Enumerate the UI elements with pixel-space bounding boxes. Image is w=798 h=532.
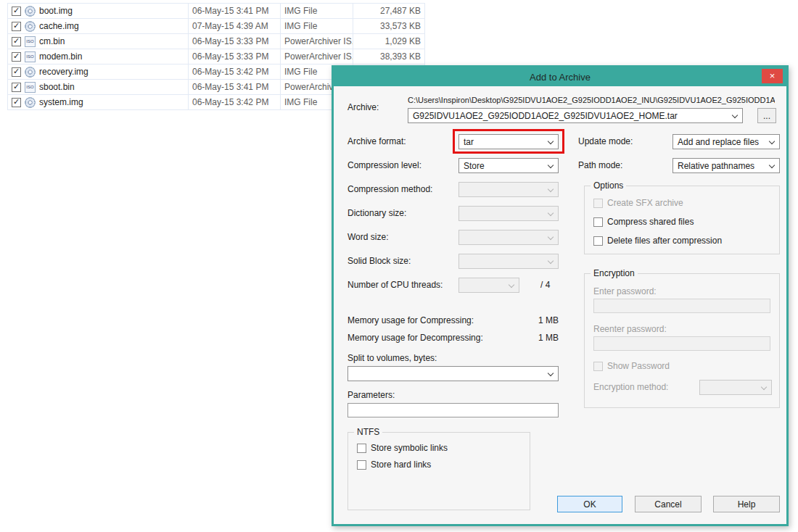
check-icon: ✓ [13,52,20,60]
encryption-method-label: Encryption method: [593,382,668,392]
dictionary-size-label: Dictionary size: [347,208,406,218]
update-mode-label: Update mode: [578,136,633,146]
checkbox-label: Create SFX archive [607,198,683,208]
file-name: cache.img [39,21,79,31]
file-name: boot.img [39,6,73,16]
create-sfx-archive-checkbox: Create SFX archive [593,198,683,208]
file-date: 06-May-15 3:42 PM [189,65,281,79]
file-name: cm.bin [39,36,65,46]
chevron-down-icon [548,234,554,240]
file-date: 06-May-15 3:41 PM [189,4,281,18]
file-date: 06-May-15 3:33 PM [189,34,281,49]
update-mode-combo[interactable]: Add and replace files [672,134,780,149]
compression-method-label: Compression method: [347,184,432,194]
cpu-threads-suffix: / 4 [540,280,550,290]
file-type: IMG File [281,4,353,18]
reenter-password-label: Reenter password: [593,324,667,334]
chevron-down-icon [769,138,775,144]
word-size-combo [458,230,559,245]
archive-name-combo[interactable]: G925IDVU1AOE2_G925IODD1AOE2_G925IDVU1AOE… [408,108,743,123]
chevron-down-icon [769,162,775,168]
file-name: recovery.img [39,67,89,77]
parameters-input[interactable] [347,403,559,417]
check-icon: ✓ [13,37,20,45]
archive-format-value: tar [464,137,474,147]
file-type: PowerArchiver IS... [281,49,353,64]
compression-level-combo[interactable]: Store [458,158,559,173]
file-row[interactable]: ✓cache.img 07-May-15 4:39 AM IMG File 33… [7,19,425,34]
compression-method-combo [458,182,559,197]
archive-format-label: Archive format: [347,136,406,146]
row-checkbox-checked[interactable]: ✓ [12,7,21,16]
iso-file-icon [25,51,36,62]
help-button[interactable]: Help [713,496,780,512]
row-checkbox-checked[interactable]: ✓ [12,52,21,62]
store-hard-links-checkbox[interactable]: Store hard links [357,460,431,470]
chevron-down-icon [732,112,738,118]
check-icon: ✓ [13,83,20,91]
check-icon: ✓ [13,7,20,14]
encryption-group-title: Encryption [591,268,638,278]
chevron-down-icon [548,162,554,168]
cancel-button[interactable]: Cancel [635,496,702,512]
close-button[interactable]: × [762,69,783,83]
row-checkbox-checked[interactable]: ✓ [12,22,21,31]
file-date: 06-May-15 3:42 PM [189,95,281,109]
file-date: 06-May-15 3:33 PM [189,49,281,64]
path-mode-value: Relative pathnames [678,161,754,171]
archive-format-combo[interactable]: tar [458,134,559,149]
encryption-group: Encryption Enter password: Reenter passw… [584,273,780,408]
split-volumes-combo[interactable] [347,366,559,381]
chevron-down-icon [548,186,554,192]
solid-block-size-label: Solid Block size: [347,256,411,266]
memory-decompress-label: Memory usage for Decompressing: [347,333,483,343]
cpu-threads-label: Number of CPU threads: [347,280,443,290]
chevron-down-icon [548,370,554,376]
archive-label: Archive: [347,102,379,112]
memory-decompress-value: 1 MB [501,333,559,343]
parameters-label: Parameters: [347,390,395,400]
ntfs-group-title: NTFS [354,427,382,437]
enter-password-label: Enter password: [593,286,657,296]
compression-level-label: Compression level: [347,160,421,170]
chevron-down-icon [548,258,554,264]
file-size: 27,487 KB [353,4,425,18]
checkbox-label: Show Password [607,361,670,371]
check-icon: ✓ [13,22,20,30]
file-row[interactable]: ✓modem.bin 06-May-15 3:33 PM PowerArchiv… [7,49,425,65]
path-mode-label: Path mode: [578,160,622,170]
path-mode-combo[interactable]: Relative pathnames [672,158,780,173]
delete-files-after-compression-checkbox[interactable]: Delete files after compression [593,236,722,246]
row-checkbox-checked[interactable]: ✓ [12,67,21,77]
file-size: 33,573 KB [353,19,425,33]
chevron-down-icon [761,384,767,390]
ok-button[interactable]: OK [557,496,622,512]
disc-icon [25,67,36,78]
store-symbolic-links-checkbox[interactable]: Store symbolic links [357,443,448,453]
checkbox-icon [593,217,603,227]
row-checkbox-checked[interactable]: ✓ [12,98,21,107]
file-date: 06-May-15 3:41 PM [189,80,281,94]
compression-level-value: Store [464,161,485,171]
row-checkbox-checked[interactable]: ✓ [12,37,21,46]
row-checkbox-checked[interactable]: ✓ [12,83,21,92]
browse-button[interactable]: ... [757,108,776,123]
checkbox-icon [593,236,603,246]
file-type: PowerArchiver IS... [281,34,353,49]
disc-icon [25,21,36,32]
compress-shared-files-checkbox[interactable]: Compress shared files [593,217,694,227]
file-row[interactable]: ✓boot.img 06-May-15 3:41 PM IMG File 27,… [7,4,425,19]
iso-file-icon [25,82,36,93]
file-row[interactable]: ✓cm.bin 06-May-15 3:33 PM PowerArchiver … [7,34,425,49]
ntfs-group: NTFS Store symbolic links Store hard lin… [347,432,530,510]
checkbox-icon [593,362,603,371]
word-size-label: Word size: [347,232,388,242]
dialog-title: Add to Archive [530,72,591,83]
file-name: sboot.bin [39,82,75,92]
iso-file-icon [25,36,36,47]
split-volumes-label: Split to volumes, bytes: [347,353,437,363]
options-group-title: Options [591,180,626,191]
chevron-down-icon [548,210,554,216]
dictionary-size-combo [458,206,559,221]
dialog-titlebar[interactable]: Add to Archive × [334,67,786,86]
